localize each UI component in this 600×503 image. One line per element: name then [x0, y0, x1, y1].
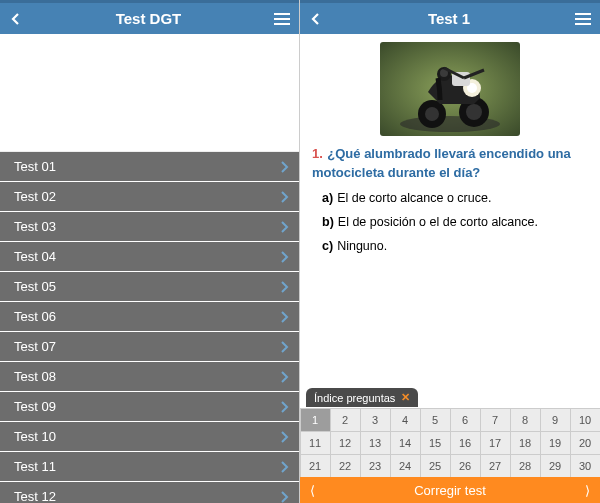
close-icon[interactable]: ✕ — [401, 391, 410, 404]
index-cell[interactable]: 30 — [570, 454, 601, 478]
index-cell[interactable]: 26 — [450, 454, 481, 478]
answer-text: El de corto alcance o cruce. — [337, 191, 491, 205]
test-row-label: Test 02 — [14, 189, 56, 204]
index-cell[interactable]: 19 — [540, 431, 571, 455]
test-row-label: Test 05 — [14, 279, 56, 294]
test-row-label: Test 08 — [14, 369, 56, 384]
correct-test-label: Corregir test — [414, 483, 486, 498]
index-cell[interactable]: 23 — [360, 454, 391, 478]
index-cell[interactable]: 14 — [390, 431, 421, 455]
chevron-right-icon — [279, 190, 289, 204]
header-left-title: Test DGT — [24, 10, 273, 27]
svg-point-3 — [425, 107, 439, 121]
answer-letter: c) — [322, 239, 333, 253]
index-cell[interactable]: 22 — [330, 454, 361, 478]
chevron-right-icon — [279, 220, 289, 234]
answer-option[interactable]: a)El de corto alcance o cruce. — [322, 191, 588, 205]
test-row[interactable]: Test 08 — [0, 362, 299, 391]
test-row[interactable]: Test 04 — [0, 242, 299, 271]
test-row-label: Test 10 — [14, 429, 56, 444]
index-cell[interactable]: 4 — [390, 408, 421, 432]
test-row-label: Test 11 — [14, 459, 56, 474]
index-cell[interactable]: 15 — [420, 431, 451, 455]
header-left: Test DGT — [0, 0, 299, 34]
chevron-right-icon — [279, 460, 289, 474]
index-tab-label: Índice preguntas — [314, 392, 395, 404]
test-row[interactable]: Test 07 — [0, 332, 299, 361]
test-row-label: Test 04 — [14, 249, 56, 264]
chevron-right-icon — [279, 310, 289, 324]
test-row-label: Test 03 — [14, 219, 56, 234]
chevron-right-icon — [279, 400, 289, 414]
test-row[interactable]: Test 12 — [0, 482, 299, 503]
test-row[interactable]: Test 01 — [0, 152, 299, 181]
chevron-right-icon — [279, 280, 289, 294]
back-icon[interactable] — [308, 11, 324, 27]
test-row[interactable]: Test 03 — [0, 212, 299, 241]
panel-question: Test 1 1. ¿Qué alumbrado lle — [300, 0, 600, 503]
test-row[interactable]: Test 06 — [0, 302, 299, 331]
answer-text: El de posición o el de corto alcance. — [338, 215, 538, 229]
question-number: 1. — [312, 146, 323, 161]
index-cell[interactable]: 28 — [510, 454, 541, 478]
back-icon[interactable] — [8, 11, 24, 27]
index-cell[interactable]: 5 — [420, 408, 451, 432]
index-cell[interactable]: 1 — [300, 408, 331, 432]
index-cell[interactable]: 7 — [480, 408, 511, 432]
test-row[interactable]: Test 11 — [0, 452, 299, 481]
test-row-label: Test 09 — [14, 399, 56, 414]
index-cell[interactable]: 20 — [570, 431, 601, 455]
test-row-label: Test 07 — [14, 339, 56, 354]
answer-option[interactable]: c)Ninguno. — [322, 239, 588, 253]
header-right-title: Test 1 — [324, 10, 574, 27]
index-cell[interactable]: 8 — [510, 408, 541, 432]
answer-text: Ninguno. — [337, 239, 387, 253]
question-text: ¿Qué alumbrado llevará encendido una mot… — [312, 146, 571, 180]
index-grid: 1234567891011121314151617181920212223242… — [300, 408, 600, 477]
index-cell[interactable]: 27 — [480, 454, 511, 478]
index-cell[interactable]: 3 — [360, 408, 391, 432]
panel-test-list: Test DGT Test 01Test 02Test 03Test 04Tes… — [0, 0, 300, 503]
index-cell[interactable]: 29 — [540, 454, 571, 478]
index-cell[interactable]: 2 — [330, 408, 361, 432]
chevron-right-icon — [279, 370, 289, 384]
question-image — [380, 42, 520, 136]
index-cell[interactable]: 12 — [330, 431, 361, 455]
correct-test-button[interactable]: ⟨ Corregir test ⟩ — [300, 477, 600, 503]
index-tab[interactable]: Índice preguntas ✕ — [306, 388, 418, 407]
test-row[interactable]: Test 02 — [0, 182, 299, 211]
index-cell[interactable]: 21 — [300, 454, 331, 478]
test-row-label: Test 06 — [14, 309, 56, 324]
index-cell[interactable]: 16 — [450, 431, 481, 455]
menu-icon[interactable] — [273, 12, 291, 26]
index-cell[interactable]: 11 — [300, 431, 331, 455]
answer-list: a)El de corto alcance o cruce.b)El de po… — [312, 191, 588, 253]
question-text-block: 1. ¿Qué alumbrado llevará encendido una … — [312, 144, 588, 181]
answer-letter: a) — [322, 191, 333, 205]
index-cell[interactable]: 13 — [360, 431, 391, 455]
test-row-label: Test 12 — [14, 489, 56, 503]
question-index-panel: Índice preguntas ✕ 123456789101112131415… — [300, 408, 600, 503]
chevron-left-icon[interactable]: ⟨ — [310, 483, 315, 498]
chevron-right-icon[interactable]: ⟩ — [585, 483, 590, 498]
test-row-label: Test 01 — [14, 159, 56, 174]
menu-icon[interactable] — [574, 12, 592, 26]
svg-point-5 — [466, 104, 482, 120]
test-row[interactable]: Test 05 — [0, 272, 299, 301]
answer-letter: b) — [322, 215, 334, 229]
index-cell[interactable]: 10 — [570, 408, 601, 432]
test-row[interactable]: Test 09 — [0, 392, 299, 421]
index-cell[interactable]: 17 — [480, 431, 511, 455]
chevron-right-icon — [279, 160, 289, 174]
answer-option[interactable]: b)El de posición o el de corto alcance. — [322, 215, 588, 229]
index-cell[interactable]: 25 — [420, 454, 451, 478]
index-cell[interactable]: 9 — [540, 408, 571, 432]
index-cell[interactable]: 18 — [510, 431, 541, 455]
index-cell[interactable]: 6 — [450, 408, 481, 432]
header-right: Test 1 — [300, 0, 600, 34]
test-list: Test 01Test 02Test 03Test 04Test 05Test … — [0, 152, 299, 503]
chevron-right-icon — [279, 490, 289, 504]
index-cell[interactable]: 24 — [390, 454, 421, 478]
test-row[interactable]: Test 10 — [0, 422, 299, 451]
chevron-right-icon — [279, 340, 289, 354]
